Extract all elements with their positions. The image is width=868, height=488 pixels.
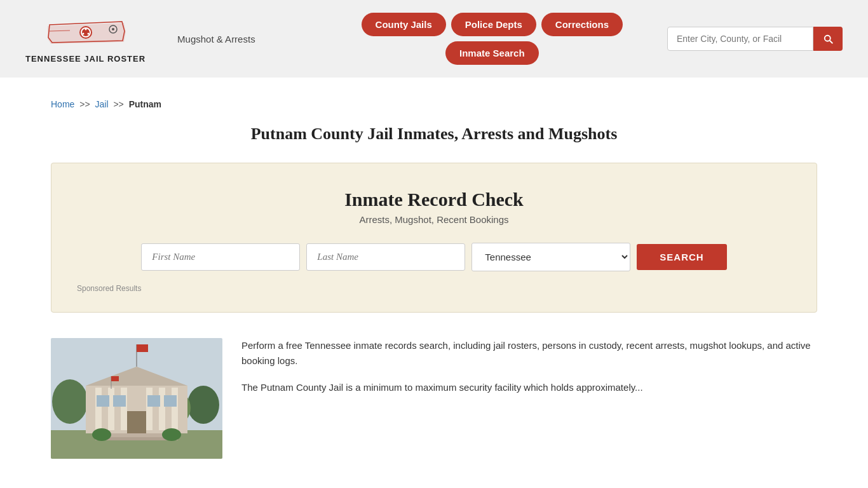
svg-rect-30 bbox=[102, 433, 172, 437]
breadcrumb-home[interactable]: Home bbox=[51, 99, 74, 109]
logo-image bbox=[44, 13, 127, 51]
nav-row-2: Inmate Search bbox=[445, 41, 539, 65]
logo-area: TENNESSEE JAIL ROSTER bbox=[25, 13, 146, 65]
svg-rect-26 bbox=[147, 395, 160, 407]
svg-point-8 bbox=[112, 28, 114, 30]
svg-rect-18 bbox=[108, 388, 114, 430]
svg-point-5 bbox=[82, 32, 84, 34]
svg-point-11 bbox=[52, 379, 88, 424]
first-name-input[interactable] bbox=[141, 243, 300, 271]
desc-para2: The Putnam County Jail is a minimum to m… bbox=[241, 380, 817, 395]
site-header: TENNESSEE JAIL ROSTER Mugshot & Arrests … bbox=[0, 0, 868, 78]
svg-rect-20 bbox=[146, 388, 153, 430]
nav-area: County Jails Police Depts Corrections In… bbox=[362, 13, 623, 65]
svg-rect-29 bbox=[137, 344, 148, 352]
svg-rect-21 bbox=[159, 388, 165, 430]
desc-para1: Perform a free Tennessee inmate records … bbox=[241, 338, 817, 369]
breadcrumb-jail[interactable]: Jail bbox=[95, 99, 109, 109]
nav-corrections[interactable]: Corrections bbox=[541, 13, 623, 36]
record-check-title: Inmate Record Check bbox=[77, 189, 791, 210]
breadcrumb-current: Putnam bbox=[129, 99, 161, 109]
building-image bbox=[51, 338, 222, 459]
bottom-content: Perform a free Tennessee inmate records … bbox=[51, 338, 817, 459]
nav-inmate-search[interactable]: Inmate Search bbox=[445, 41, 539, 65]
site-title: TENNESSEE JAIL ROSTER bbox=[25, 54, 146, 65]
svg-rect-22 bbox=[172, 388, 178, 430]
last-name-input[interactable] bbox=[306, 243, 465, 271]
sponsored-label: Sponsored Results bbox=[77, 284, 791, 293]
header-search-area bbox=[667, 27, 843, 51]
svg-point-6 bbox=[87, 32, 89, 34]
svg-rect-25 bbox=[113, 395, 126, 407]
description-area: Perform a free Tennessee inmate records … bbox=[241, 338, 817, 395]
svg-rect-27 bbox=[164, 395, 177, 407]
tennessee-state-logo bbox=[44, 13, 127, 51]
record-search-button[interactable]: SEARCH bbox=[637, 244, 726, 270]
breadcrumb-sep2: >> bbox=[113, 99, 123, 109]
svg-rect-24 bbox=[97, 395, 109, 407]
search-icon bbox=[822, 33, 834, 44]
svg-rect-17 bbox=[95, 388, 102, 430]
main-content: Home >> Jail >> Putnam Putnam County Jai… bbox=[0, 80, 868, 488]
breadcrumb-sep1: >> bbox=[79, 99, 90, 109]
nav-police-depts[interactable]: Police Depts bbox=[451, 13, 536, 36]
nav-row-1: County Jails Police Depts Corrections bbox=[362, 13, 623, 36]
inmate-record-check-box: Inmate Record Check Arrests, Mugshot, Re… bbox=[51, 163, 817, 313]
breadcrumb: Home >> Jail >> Putnam bbox=[51, 99, 817, 109]
record-check-subtitle: Arrests, Mugshot, Recent Bookings bbox=[77, 214, 791, 225]
svg-point-12 bbox=[187, 386, 219, 424]
page-title: Putnam County Jail Inmates, Arrests and … bbox=[51, 125, 817, 144]
header-search-input[interactable] bbox=[667, 27, 813, 51]
courthouse-image bbox=[51, 338, 222, 459]
svg-rect-19 bbox=[121, 388, 127, 430]
svg-rect-35 bbox=[111, 376, 119, 381]
svg-point-4 bbox=[85, 28, 86, 30]
state-select[interactable]: Tennessee Alabama Georgia Kentucky Virgi… bbox=[471, 243, 630, 271]
svg-point-32 bbox=[92, 428, 111, 441]
header-search-button[interactable] bbox=[813, 27, 843, 51]
nav-county-jails[interactable]: County Jails bbox=[362, 13, 446, 36]
mugshot-label: Mugshot & Arrests bbox=[177, 34, 255, 44]
record-search-form: Tennessee Alabama Georgia Kentucky Virgi… bbox=[77, 243, 791, 271]
svg-rect-23 bbox=[127, 411, 146, 433]
svg-point-33 bbox=[162, 428, 181, 441]
